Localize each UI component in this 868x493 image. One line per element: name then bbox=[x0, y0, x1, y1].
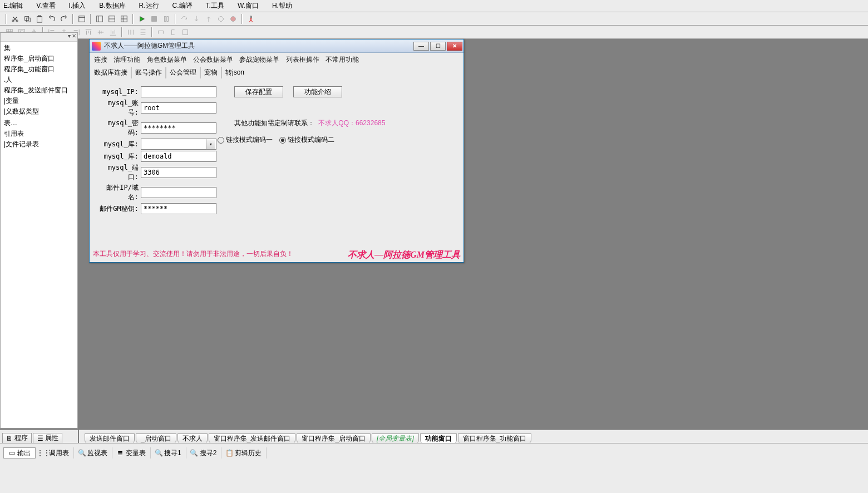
run-person-icon[interactable] bbox=[246, 14, 256, 24]
menu-chardata[interactable]: 角色数据菜单 bbox=[147, 56, 187, 63]
close-button[interactable]: ✕ bbox=[447, 42, 462, 51]
tab-calltable[interactable]: ⋮⋮ 调用表 bbox=[36, 447, 74, 459]
tree-item[interactable]: 程序集_启动窗口 bbox=[3, 53, 77, 64]
copy-icon[interactable] bbox=[22, 14, 32, 24]
tab-function-window[interactable]: 功能窗口 bbox=[420, 433, 457, 443]
contact-info: 其他功能如需定制请联系： 不求人QQ：66232685 bbox=[234, 119, 385, 128]
menu-view[interactable]: V.查看 bbox=[36, 1, 62, 11]
menu-tools[interactable]: T.工具 bbox=[206, 1, 231, 11]
svg-rect-10 bbox=[152, 16, 157, 21]
tab-watch[interactable]: 🔍 监视表 bbox=[74, 447, 112, 459]
redo-icon[interactable] bbox=[59, 14, 69, 24]
tab-pet[interactable]: 宠物 bbox=[200, 67, 221, 78]
menu-guilddata[interactable]: 公会数据菜单 bbox=[193, 56, 233, 63]
menu-insert[interactable]: I.插入 bbox=[69, 1, 93, 11]
step-in-icon bbox=[191, 14, 201, 24]
align-middle-icon bbox=[96, 27, 106, 37]
step-out-icon bbox=[204, 14, 214, 24]
watch-icon: 🔍 bbox=[78, 450, 85, 456]
layout3-icon[interactable] bbox=[119, 14, 129, 24]
tab-json[interactable]: 转json bbox=[221, 67, 248, 78]
input-mysql-ip[interactable] bbox=[141, 86, 216, 97]
tab-account[interactable]: 账号操作 bbox=[131, 67, 166, 78]
play-icon[interactable] bbox=[137, 14, 147, 24]
cut-icon[interactable] bbox=[10, 14, 20, 24]
form-icon[interactable] bbox=[77, 14, 87, 24]
sidebar-pin-icon[interactable]: ▾ bbox=[68, 33, 71, 41]
radio-icon-selected bbox=[279, 137, 286, 144]
tab-progset-sendmail[interactable]: 窗口程序集_发送邮件窗口 bbox=[209, 433, 296, 443]
svg-rect-7 bbox=[97, 16, 103, 22]
tab-program[interactable]: 🗎 程序 bbox=[2, 433, 32, 443]
tree-item[interactable]: 程序集_发送邮件窗口 bbox=[3, 85, 77, 96]
tab-buqiuren[interactable]: 不求人 bbox=[177, 433, 208, 443]
menu-edit[interactable]: E.编辑 bbox=[3, 1, 29, 11]
menu-listbox[interactable]: 列表框操作 bbox=[286, 56, 319, 63]
features-button[interactable]: 功能介绍 bbox=[293, 86, 342, 97]
tree-item[interactable]: 表… bbox=[3, 118, 77, 129]
tab-send-mail-window[interactable]: 发送邮件窗口 bbox=[85, 433, 135, 443]
input-mail-ip[interactable] bbox=[141, 187, 216, 198]
tree-item[interactable]: |文件记录表 bbox=[3, 139, 77, 150]
paste-icon[interactable] bbox=[34, 14, 45, 24]
input-mysql-acct[interactable]: root bbox=[141, 102, 216, 114]
menu-petdata[interactable]: 参战宠物菜单 bbox=[239, 56, 279, 63]
sidebar-tree[interactable]: 集 程序集_启动窗口 程序集_功能窗口 .人 程序集_发送邮件窗口 |变量 |义… bbox=[1, 42, 77, 151]
sidebar-bottom-tabs: 🗎 程序 ☰ 属性 bbox=[0, 430, 78, 443]
menu-rare[interactable]: 不常用功能 bbox=[326, 56, 359, 63]
pause-icon bbox=[161, 14, 171, 24]
menu-database[interactable]: B.数据库 bbox=[99, 1, 132, 11]
tab-progset-start[interactable]: 窗口程序集_启动窗口 bbox=[297, 433, 371, 443]
layout1-icon[interactable] bbox=[95, 14, 105, 24]
tab-dbconn[interactable]: 数据库连接 bbox=[94, 67, 131, 78]
input-mysql-dbt[interactable]: demoald bbox=[141, 151, 216, 162]
menu-connect[interactable]: 连接 bbox=[94, 56, 107, 63]
titlebar[interactable]: 不求人——阿拉德GM管理工具 — ☐ ✕ bbox=[90, 40, 463, 53]
tree-item[interactable]: 引用表 bbox=[3, 129, 77, 139]
sidebar-close-icon[interactable]: ✕ bbox=[72, 33, 76, 41]
menu-cleanup[interactable]: 清理功能 bbox=[114, 56, 140, 63]
tab-properties[interactable]: ☰ 属性 bbox=[33, 433, 62, 443]
step-icon bbox=[216, 14, 226, 24]
input-mysql-port[interactable]: 3306 bbox=[141, 167, 216, 178]
main-menubar: E.编辑 V.查看 I.插入 B.数据库 R.运行 C.编译 T.工具 W.窗口… bbox=[0, 0, 868, 12]
input-mail-key[interactable]: ****** bbox=[141, 203, 216, 214]
search-icon: 🔍 bbox=[155, 450, 162, 456]
label-mysql-acct: mysql_账号: bbox=[98, 98, 141, 117]
tab-vars[interactable]: ≣ 变量表 bbox=[112, 447, 151, 459]
warning-text: 本工具仅用于学习、交流使用！请勿用于非法用途，一切后果自负！ bbox=[93, 249, 293, 259]
tab-guild[interactable]: 公会管理 bbox=[166, 67, 200, 78]
tree-item[interactable]: 程序集_功能窗口 bbox=[3, 64, 77, 75]
radio-encode-1[interactable]: 链接模式编码一 bbox=[218, 135, 273, 145]
select-mysql-db[interactable] bbox=[141, 139, 216, 150]
tab-progset-function[interactable]: 窗口程序集_功能窗口 bbox=[458, 433, 532, 443]
minimize-button[interactable]: — bbox=[413, 42, 429, 51]
maximize-button[interactable]: ☐ bbox=[430, 42, 446, 51]
svg-rect-11 bbox=[165, 16, 166, 21]
tree-item[interactable]: 集 bbox=[3, 43, 77, 53]
svg-point-14 bbox=[231, 16, 236, 21]
dist-v-icon bbox=[138, 27, 148, 37]
svg-rect-2 bbox=[25, 16, 29, 20]
menu-window[interactable]: W.窗口 bbox=[238, 1, 265, 11]
toolbar-1 bbox=[0, 12, 868, 26]
radio-encode-2[interactable]: 链接模式编码二 bbox=[279, 135, 334, 145]
inner-tabs: 数据库连接 账号操作 公会管理 宠物 转json bbox=[90, 66, 463, 82]
tab-output[interactable]: ▭ 输出 bbox=[3, 447, 36, 459]
input-mysql-pwd[interactable]: ******** bbox=[141, 122, 216, 134]
tab-clipboard[interactable]: 📋 剪辑历史 bbox=[221, 447, 267, 459]
menu-help[interactable]: H.帮助 bbox=[272, 1, 299, 11]
tab-global-vars[interactable]: [全局变量表] bbox=[372, 433, 419, 443]
layout2-icon[interactable] bbox=[107, 14, 117, 24]
label-mail-ip: 邮件IP/域名: bbox=[98, 183, 141, 202]
tab-search2[interactable]: 🔍 搜寻2 bbox=[186, 447, 222, 459]
tree-item[interactable]: .人 bbox=[3, 75, 77, 85]
save-config-button[interactable]: 保存配置 bbox=[234, 86, 283, 97]
tree-item[interactable]: |变量 bbox=[3, 96, 77, 106]
menu-run[interactable]: R.运行 bbox=[139, 1, 166, 11]
menu-compile[interactable]: C.编译 bbox=[172, 1, 199, 11]
tab-search1[interactable]: 🔍 搜寻1 bbox=[151, 447, 186, 459]
tree-item[interactable]: |义数据类型 bbox=[3, 106, 77, 117]
tab-start-window[interactable]: _启动窗口 bbox=[136, 433, 176, 443]
undo-icon[interactable] bbox=[47, 14, 57, 24]
